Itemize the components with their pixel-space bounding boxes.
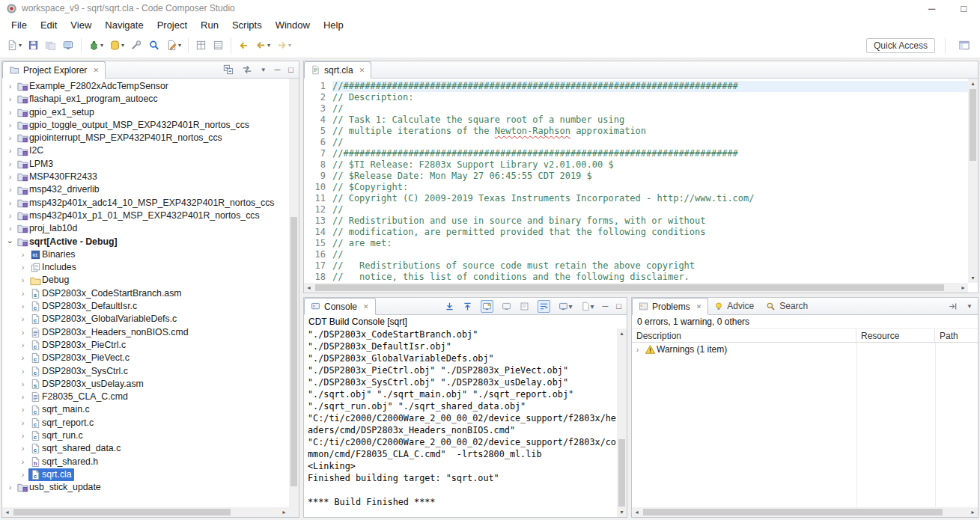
tree-item-LPM3[interactable]: ›LPM3 — [2, 158, 289, 171]
search-button[interactable] — [146, 37, 162, 55]
debug-button[interactable]: ▾ — [86, 37, 106, 55]
maximize-icon[interactable]: □ — [616, 302, 621, 311]
editor-hscrollbar[interactable]: ◂ ▸ — [304, 283, 968, 293]
tree-item-DSP2803x_Headers_nonBIOS.cmd[interactable]: ›DSP2803x_Headers_nonBIOS.cmd — [2, 326, 289, 339]
column-resource[interactable]: Resource — [856, 329, 935, 342]
scroll-down-icon[interactable]: ▾ — [968, 273, 978, 283]
quick-access-button[interactable]: Quick Access — [866, 38, 935, 53]
collapsed-arrow-icon[interactable]: › — [4, 93, 16, 105]
collapsed-arrow-icon[interactable]: › — [4, 209, 16, 222]
tree-item-sqrt_report.c[interactable]: ›csqrt_report.c — [2, 417, 289, 429]
scrollbar-thumb[interactable] — [643, 509, 943, 516]
build-button[interactable] — [60, 37, 76, 55]
collapsed-arrow-icon[interactable]: › — [4, 171, 16, 183]
column-path[interactable]: Path — [935, 329, 978, 342]
maximize-icon[interactable]: □ — [288, 65, 293, 74]
tree-item-sqrt_run.c[interactable]: ›csqrt_run.c — [2, 429, 289, 442]
collapsed-arrow-icon[interactable]: › — [17, 261, 28, 274]
code-line[interactable]: //######################################… — [332, 148, 968, 159]
link-with-editor-icon[interactable] — [242, 64, 252, 75]
focus-view-icon[interactable] — [948, 302, 958, 311]
tab-project-explorer[interactable]: Project Explorer ✕ — [2, 61, 106, 79]
collapsed-arrow-icon[interactable]: › — [17, 287, 28, 300]
collapsed-arrow-icon[interactable]: › — [4, 183, 16, 196]
collapsed-arrow-icon[interactable]: › — [17, 365, 28, 378]
editor-vscrollbar[interactable]: ▴ ▾ — [968, 79, 978, 283]
scrollbar-thumb[interactable] — [315, 284, 944, 291]
dropdown-icon[interactable]: ▾ — [568, 302, 572, 311]
maximize-button[interactable]: □ — [961, 3, 967, 14]
next-console-icon[interactable] — [445, 302, 454, 311]
registers-view-button[interactable] — [193, 37, 209, 55]
menu-run[interactable]: Run — [194, 18, 225, 32]
tree-item-DSP2803x_GlobalVariableDefs.c[interactable]: ›cDSP2803x_GlobalVariableDefs.c — [2, 313, 289, 325]
collapsed-arrow-icon[interactable]: › — [4, 222, 16, 235]
new-console-view-icon[interactable]: ▾ — [581, 302, 594, 311]
collapsed-arrow-icon[interactable]: › — [17, 326, 28, 339]
pin-console-icon[interactable] — [481, 300, 493, 313]
collapsed-arrow-icon[interactable]: › — [4, 158, 16, 171]
tree-item-sqrt[interactable]: ›sqrt [Active - Debug] — [2, 236, 289, 248]
dropdown-icon[interactable]: ▾ — [288, 42, 291, 49]
menu-window[interactable]: Window — [269, 18, 317, 32]
code-line[interactable]: // multiple iterations of the Newton-Rap… — [332, 126, 968, 137]
dropdown-icon[interactable]: ▾ — [178, 42, 181, 49]
tree-item-DSP2803x_CodeStartBranch.asm[interactable]: ›sDSP2803x_CodeStartBranch.asm — [2, 287, 289, 300]
collapsed-arrow-icon[interactable]: › — [4, 144, 16, 157]
minimize-icon[interactable]: ─ — [603, 302, 609, 311]
collapsed-arrow-icon[interactable]: › — [17, 442, 28, 455]
code-line[interactable]: // notice, this list of conditions and t… — [332, 272, 968, 283]
open-console-icon[interactable]: ▾ — [559, 302, 572, 311]
code-line[interactable]: // are met: — [332, 238, 968, 249]
scrollbar-thumb[interactable] — [13, 509, 231, 516]
scroll-left-icon[interactable]: ◂ — [2, 507, 12, 517]
tab-console[interactable]: Console ✕ — [304, 298, 376, 315]
tab-search[interactable]: Search — [760, 298, 814, 314]
perspective-icon[interactable] — [956, 37, 973, 55]
code-editor[interactable]: 123456789101112131415161718 //##########… — [304, 79, 968, 283]
tree-item-MSP430FR2433[interactable]: ›MSP430FR2433 — [2, 171, 289, 183]
previous-console-icon[interactable] — [463, 302, 472, 311]
code-line[interactable]: // Redistributions of source code must r… — [332, 260, 968, 272]
expanded-arrow-icon[interactable]: › — [4, 236, 16, 248]
code-line[interactable]: // — [332, 103, 968, 114]
collapsed-arrow-icon[interactable]: › — [17, 417, 28, 429]
dropdown-icon[interactable]: ▾ — [121, 42, 124, 49]
collapsed-arrow-icon[interactable]: › — [17, 352, 28, 364]
tree-item-DSP2803x_PieCtrl.c[interactable]: ›cDSP2803x_PieCtrl.c — [2, 339, 289, 352]
collapsed-arrow-icon[interactable]: › — [4, 481, 16, 494]
collapsed-arrow-icon[interactable]: › — [17, 391, 28, 403]
collapsed-arrow-icon[interactable]: › — [17, 274, 28, 287]
scroll-down-icon[interactable]: ▾ — [617, 507, 627, 517]
scroll-right-icon[interactable]: ▸ — [958, 283, 968, 293]
code-line[interactable]: // — [332, 249, 968, 260]
tree-item-F28035_CLA_C.cmd[interactable]: ›F28035_CLA_C.cmd — [2, 391, 289, 403]
connect-target-button[interactable] — [128, 37, 144, 55]
collapsed-arrow-icon[interactable]: › — [4, 197, 16, 209]
code-line[interactable]: // — [332, 137, 968, 148]
console-output[interactable]: "./DSP2803x_CodeStartBranch.obj""./DSP28… — [304, 328, 617, 517]
last-edit-location-button[interactable] — [236, 37, 252, 55]
new-button[interactable]: ▾ — [4, 37, 24, 55]
explorer-vscrollbar[interactable] — [289, 79, 299, 507]
scrollbar-thumb[interactable] — [970, 89, 976, 161]
tree-item-sqrt.cla[interactable]: ›csqrt.cla — [2, 468, 289, 481]
tree-item-gpio_ex1_setup[interactable]: ›gpio_ex1_setup — [2, 106, 289, 119]
tree-item-Example_F2802xAdcTempSensor[interactable]: ›Example_F2802xAdcTempSensor — [2, 80, 289, 93]
scroll-left-icon[interactable]: ◂ — [304, 283, 314, 293]
project-tree[interactable]: ›Example_F2802xAdcTempSensor›flashapi_ex… — [2, 79, 289, 507]
dropdown-icon[interactable]: ▾ — [267, 42, 270, 49]
collapsed-arrow-icon[interactable]: › — [17, 248, 28, 261]
column-description[interactable]: Description — [632, 329, 856, 342]
tree-item-Debug[interactable]: ›Debug — [2, 274, 289, 287]
tree-item-DSP2803x_SysCtrl.c[interactable]: ›cDSP2803x_SysCtrl.c — [2, 365, 289, 378]
menu-view[interactable]: View — [64, 18, 98, 32]
close-icon[interactable]: ✕ — [363, 303, 369, 311]
scrollbar-thumb[interactable] — [618, 439, 625, 507]
display-selected-console-icon[interactable] — [502, 302, 511, 311]
view-menu-icon[interactable]: ▼ — [967, 303, 973, 310]
problems-hscrollbar[interactable]: ◂ ▸ — [632, 507, 978, 517]
tree-item-Binaries[interactable]: ›01Binaries — [2, 248, 289, 261]
memory-view-button[interactable] — [210, 37, 226, 55]
tree-item-msp432p401x_adc14_10_MSP_EXP432P401R_nortos_ccs[interactable]: ›msp432p401x_adc14_10_MSP_EXP432P401R_no… — [2, 197, 289, 209]
